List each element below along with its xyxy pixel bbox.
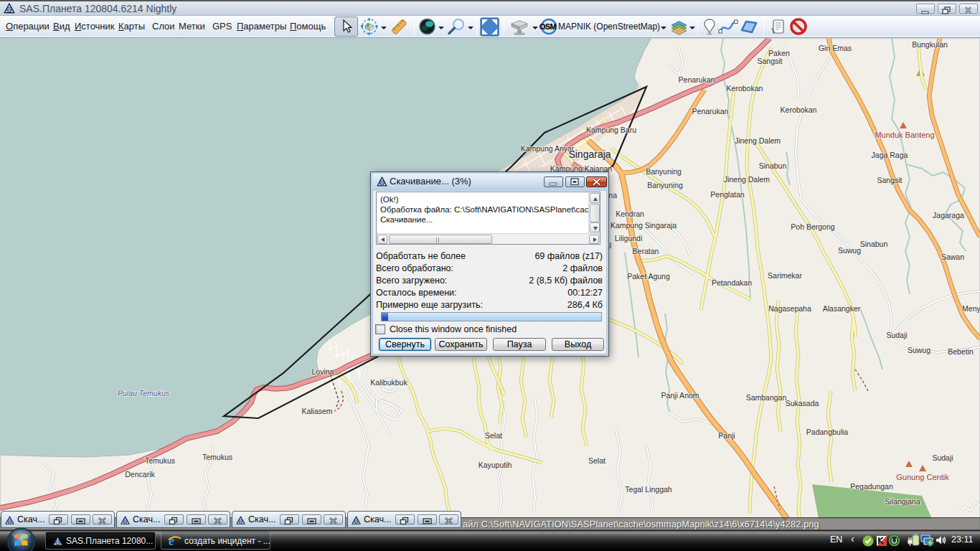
svg-text:Kerobokan: Kerobokan	[781, 105, 817, 114]
svg-text:Jineng Dalem: Jineng Dalem	[735, 136, 781, 145]
svg-text:Kampung Baru: Kampung Baru	[586, 126, 636, 134]
svg-text:Pulau Temukus: Pulau Temukus	[118, 389, 170, 397]
svg-text:Kampung Singaraja: Kampung Singaraja	[611, 221, 677, 230]
svg-text:Kampung Anyar: Kampung Anyar	[521, 144, 575, 153]
svg-text:Menyal: Menyal	[962, 304, 980, 313]
svg-text:e: e	[169, 534, 174, 548]
svg-text:Poh Bergong: Poh Bergong	[791, 222, 834, 231]
svg-text:Giri Emas: Giri Emas	[819, 44, 852, 52]
svg-text:Tegal Linggah: Tegal Linggah	[625, 485, 672, 494]
svg-text:Kendran: Kendran	[616, 209, 644, 218]
svg-text:Sarimekar: Sarimekar	[768, 271, 802, 280]
svg-text:Gunung Centik: Gunung Centik	[896, 473, 949, 481]
svg-text:Sawan: Sawan	[941, 253, 964, 261]
svg-text:Sukasada: Sukasada	[786, 399, 819, 408]
svg-text:Petandakan: Petandakan	[712, 278, 752, 287]
svg-text:Nagasepaha: Nagasepaha	[768, 304, 811, 313]
svg-text:Sinabun: Sinabun	[860, 240, 888, 248]
svg-text:Sudaji: Sudaji	[932, 453, 953, 462]
svg-text:Dencarik: Dencarik	[125, 470, 155, 479]
svg-text:Kerobokan: Kerobokan	[727, 84, 763, 93]
svg-text:Sangsit: Sangsit	[877, 176, 902, 184]
svg-text:Kaliasem: Kaliasem	[301, 407, 332, 415]
svg-text:Kayuputih: Kayuputih	[479, 461, 512, 469]
svg-text:Banyuning: Banyuning	[647, 181, 683, 189]
svg-text:Suwug: Suwug	[838, 246, 861, 255]
svg-text:Penglatan: Penglatan	[710, 190, 744, 199]
svg-text:Panji: Panji	[718, 431, 735, 440]
svg-text:Banyuning: Banyuning	[646, 167, 682, 176]
svg-text:Jaga Raga: Jaga Raga	[872, 151, 908, 159]
svg-text:Alasangker: Alasangker	[823, 304, 861, 313]
svg-text:Lovina: Lovina	[312, 367, 334, 376]
svg-text:Selat: Selat	[485, 431, 502, 440]
svg-text:Silangjana: Silangjana	[885, 497, 920, 506]
svg-text:Penarukan: Penarukan	[692, 107, 729, 116]
svg-text:Suwug: Suwug	[908, 346, 930, 354]
svg-text:Pegadungan: Pegadungan	[850, 482, 893, 491]
svg-text:Sambangan: Sambangan	[746, 393, 787, 402]
svg-text:Temukus: Temukus	[202, 453, 232, 461]
svg-text:Jagaraga: Jagaraga	[933, 211, 964, 220]
svg-text:Singaraja: Singaraja	[568, 149, 611, 160]
svg-text:Padangbulia: Padangbulia	[806, 428, 849, 436]
svg-text:Sudaji: Sudaji	[886, 331, 907, 339]
svg-text:Panji Anom: Panji Anom	[661, 391, 699, 400]
svg-text:Bebetin: Bebetin	[948, 347, 974, 356]
svg-text:Selat: Selat	[588, 456, 606, 465]
svg-text:Kalibukbuk: Kalibukbuk	[370, 378, 407, 387]
svg-text:OSM: OSM	[540, 22, 557, 31]
svg-text:Jineng Dalem: Jineng Dalem	[724, 175, 770, 184]
svg-text:Liligundi: Liligundi	[615, 234, 643, 242]
svg-text:Paket Agung: Paket Agung	[627, 272, 670, 281]
svg-text:Sangsit: Sangsit	[757, 57, 782, 65]
svg-text:Temukus: Temukus	[145, 456, 175, 465]
svg-text:Sinabun: Sinabun	[759, 161, 787, 170]
svg-text:Beratan: Beratan	[633, 247, 659, 255]
svg-text:Munduk Banteng: Munduk Banteng	[875, 131, 934, 139]
svg-text:Bungkulan: Bungkulan	[912, 40, 948, 49]
svg-text:Penarukan: Penarukan	[679, 75, 715, 84]
